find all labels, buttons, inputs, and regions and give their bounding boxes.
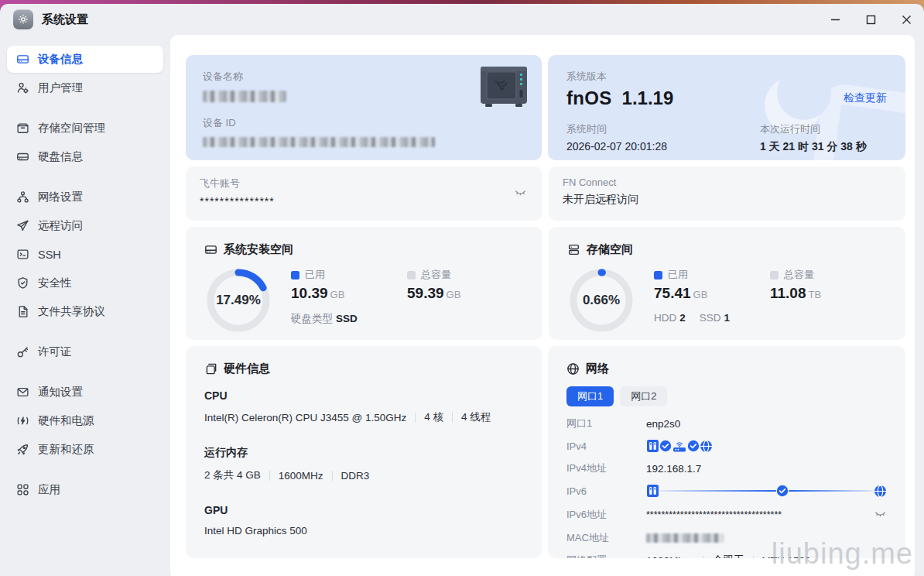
sidebar-item-hardware-power[interactable]: 硬件和电源 — [7, 407, 163, 434]
total-legend-swatch — [407, 271, 416, 279]
sidebar-item-label: 更新和还原 — [38, 442, 94, 457]
check-icon — [659, 440, 672, 452]
hardware-power-icon — [16, 414, 29, 427]
eye-closed-icon[interactable] — [874, 506, 887, 523]
internet-globe-icon — [874, 485, 887, 498]
device-id-redacted — [203, 137, 435, 147]
nas-icon — [646, 484, 659, 498]
sidebar-item-file-sharing[interactable]: 文件共享协议 — [7, 298, 163, 325]
sidebar-item-device-info[interactable]: 设备信息 — [7, 46, 163, 73]
network-settings-icon — [16, 190, 29, 204]
storage-space-card: 存储空间 0.66% 已用 75.41GB — [549, 227, 905, 340]
os-version: 1.1.19 — [622, 87, 674, 109]
device-id-label: 设备 ID — [203, 116, 525, 130]
fn-connect-card: FN Connect 未开启远程访问 — [549, 166, 905, 221]
eye-closed-icon[interactable] — [514, 185, 527, 201]
nas-device-image — [477, 63, 531, 115]
system-version-card: 系统版本 fnOS 1.1.19 检查更新 系统时间 2026-02-07 20… — [548, 55, 905, 160]
hdd-label: HDD — [654, 312, 676, 324]
used-value: 75.41 — [654, 285, 691, 301]
disk-type-label: 硬盘类型 — [291, 313, 333, 324]
network-title: 网络 — [586, 362, 609, 376]
sidebar-item-label: 许可证 — [38, 345, 72, 359]
sidebar-item-notification-settings[interactable]: 通知设置 — [7, 379, 163, 406]
storage-space-donut: 0.66% — [569, 268, 634, 333]
sidebar-item-label: 设备信息 — [38, 52, 83, 67]
notification-icon — [16, 386, 29, 399]
storage-management-icon — [16, 122, 29, 135]
cpu-label: CPU — [204, 389, 523, 402]
sidebar-item-apps[interactable]: 应用 — [7, 476, 163, 503]
minimize-button[interactable] — [817, 4, 853, 35]
sidebar-item-user-management[interactable]: 用户管理 — [7, 74, 163, 101]
ipv6-label: IPv6 — [566, 485, 646, 497]
system-time-label: 系统时间 — [566, 122, 760, 136]
system-space-donut: 17.49% — [206, 268, 271, 333]
license-icon — [16, 345, 29, 358]
window-title: 系统设置 — [42, 12, 88, 27]
sidebar-item-disk-info[interactable]: 硬盘信息 — [7, 143, 163, 170]
system-space-percent: 17.49% — [206, 268, 271, 333]
ssd-count: 1 — [724, 312, 731, 324]
hdd-count: 2 — [679, 312, 686, 324]
system-space-title: 系统安装空间 — [224, 242, 293, 257]
mac-addr-redacted — [646, 533, 724, 543]
used-label: 已用 — [305, 268, 325, 282]
mac-addr-label: MAC地址 — [566, 531, 646, 545]
check-icon — [687, 440, 700, 452]
used-unit: GB — [693, 289, 708, 300]
sidebar-item-label: 安全性 — [38, 276, 72, 290]
ipv6-addr-label: IPv6地址 — [566, 508, 646, 522]
total-unit: GB — [447, 289, 461, 300]
gpu-label: GPU — [204, 504, 523, 516]
tab-port2[interactable]: 网口2 — [620, 386, 667, 406]
sidebar-item-label: 应用 — [38, 482, 60, 497]
gpu-value: Intel HD Graphics 500 — [204, 525, 523, 537]
uptime-value: 1 天 21 时 31 分 38 秒 — [760, 140, 867, 154]
sidebar-item-update-restore[interactable]: 更新和还原 — [7, 436, 163, 463]
used-legend-swatch — [291, 271, 299, 279]
disk-type-value: SSD — [336, 313, 358, 324]
hardware-chip-icon — [204, 362, 217, 375]
router-icon — [672, 439, 687, 453]
app-window: 系统设置 设备信息 用户管理 — [0, 4, 924, 576]
file-sharing-icon — [16, 305, 29, 318]
system-time-value: 2026-02-07 20:01:28 — [566, 140, 760, 153]
sidebar-item-label: 硬件和电源 — [38, 413, 94, 428]
storage-space-title: 存储空间 — [587, 242, 633, 257]
ipv6-addr-value: ************************************ — [646, 509, 782, 520]
app-gear-icon — [13, 9, 33, 29]
system-version-label: 系统版本 — [566, 70, 887, 84]
sidebar-item-license[interactable]: 许可证 — [7, 338, 163, 365]
sidebar-item-label: 硬盘信息 — [38, 149, 83, 164]
ipv6-connectivity-diagram — [646, 484, 887, 498]
close-button[interactable] — [888, 4, 924, 35]
user-management-icon — [16, 81, 29, 94]
update-restore-icon — [16, 443, 29, 456]
sidebar-item-ssh[interactable]: SSH — [7, 241, 163, 268]
used-unit: GB — [330, 289, 345, 300]
used-value: 10.39 — [291, 285, 328, 301]
device-info-icon — [16, 53, 29, 66]
ssh-icon — [16, 248, 29, 261]
ipv4-label: IPv4 — [566, 441, 646, 452]
sidebar-item-network-settings[interactable]: 网络设置 — [7, 183, 163, 211]
internet-globe-icon — [700, 440, 713, 453]
network-card: 网络 网口1 网口2 网口1 enp2s0 IPv4 — [548, 346, 905, 558]
sidebar: 设备信息 用户管理 存储空间管理 硬盘信息 网络设置 — [0, 35, 170, 576]
ram-specs: 2 条共 4 GB 1600MHz DDR3 — [204, 468, 523, 482]
used-legend-swatch — [654, 271, 662, 279]
sidebar-item-security[interactable]: 安全性 — [7, 269, 163, 297]
check-update-link[interactable]: 检查更新 — [844, 91, 887, 105]
storage-space-percent: 0.66% — [569, 268, 634, 333]
main-panel: 设备名称 设备 ID — [170, 35, 915, 576]
feiniu-account-label: 飞牛账号 — [200, 177, 529, 190]
sidebar-item-label: SSH — [38, 249, 61, 261]
feiniu-account-value: *************** — [200, 195, 529, 207]
tab-port1[interactable]: 网口1 — [566, 386, 614, 406]
sidebar-item-storage-management[interactable]: 存储空间管理 — [7, 115, 163, 142]
sidebar-item-remote-access[interactable]: 远程访问 — [7, 212, 163, 239]
total-unit: TB — [809, 289, 822, 300]
maximize-button[interactable] — [853, 4, 888, 35]
os-name: fnOS — [566, 87, 612, 109]
